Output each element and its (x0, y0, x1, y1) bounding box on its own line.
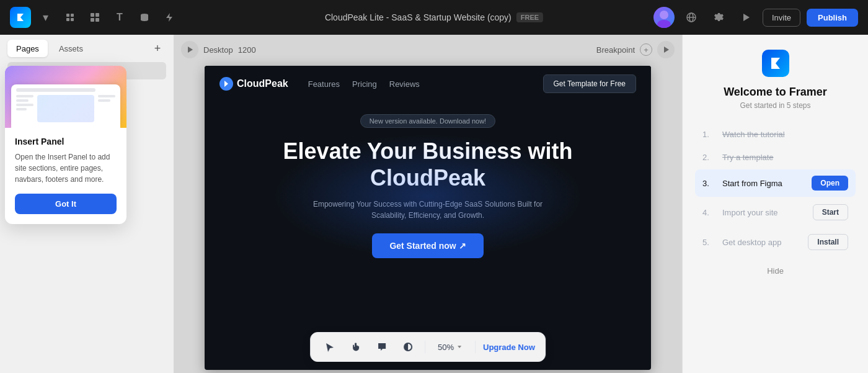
tooltip-title: Insert Panel (15, 137, 117, 146)
toolbar-left: ▾ T (10, 7, 180, 28)
canvas-play-right-button[interactable] (657, 41, 675, 58)
step-label-4: Import your site (722, 208, 807, 217)
preview-logo: CloudPeak (219, 77, 288, 91)
comment-tool[interactable] (373, 338, 391, 356)
dropdown-arrow[interactable]: ▾ (35, 7, 56, 28)
mock-toolbar (16, 88, 95, 92)
step-item-5: 5. Get desktop app Install (695, 228, 856, 256)
step-install-button[interactable]: Install (808, 234, 848, 250)
upgrade-button[interactable]: Upgrade Now (483, 343, 535, 352)
canvas-controls-right: Breakpoint + (596, 41, 675, 58)
step-number-1: 1. (702, 130, 716, 139)
preview-hero: New version available. Download now! Ele… (205, 102, 651, 258)
preview-nav-links: Features Pricing Reviews (308, 79, 420, 89)
step-list: 1. Watch the tutorial 2. Try a template … (695, 124, 856, 256)
toolbar-center: CloudPeak Lite - SaaS & Startup Website … (325, 12, 543, 22)
svg-rect-5 (95, 13, 99, 17)
mock-line (16, 95, 33, 97)
svg-rect-1 (71, 14, 74, 17)
tab-pages[interactable]: Pages (7, 40, 48, 57)
svg-rect-3 (71, 18, 74, 21)
step-number-4: 4. (702, 208, 716, 217)
step-item-1: 1. Watch the tutorial (695, 124, 856, 145)
add-page-button[interactable]: + (149, 40, 166, 57)
zoom-control[interactable]: 50% (433, 340, 467, 354)
right-panel: Welcome to Framer Get started in 5 steps… (682, 35, 868, 373)
toolbar-right: Invite Publish (653, 7, 858, 28)
grid-icon[interactable] (84, 7, 105, 28)
viewport-label: Desktop (203, 45, 233, 55)
mock-line (16, 108, 27, 110)
svg-rect-2 (66, 18, 69, 21)
cursor-tool[interactable] (321, 338, 339, 356)
settings-icon[interactable] (708, 7, 729, 28)
hide-button[interactable]: Hide (695, 266, 856, 276)
preview-nav-cta[interactable]: Get Template for Free (543, 74, 637, 93)
svg-marker-15 (743, 14, 750, 21)
svg-rect-4 (91, 13, 94, 17)
preview-nav: CloudPeak Features Pricing Reviews Get T… (205, 66, 651, 102)
step-item-4: 4. Import your site Start (695, 198, 856, 227)
step-label-3: Start from Figma (722, 179, 805, 188)
mock-line (98, 99, 110, 102)
step-label-2: Try a template (722, 153, 848, 162)
svg-point-11 (657, 20, 671, 28)
bottom-toolbar: 50% Upgrade Now (310, 332, 546, 362)
invite-button[interactable]: Invite (763, 9, 800, 27)
step-label-5: Get desktop app (722, 238, 802, 247)
panel-tabs: Pages Assets + (0, 35, 174, 62)
toolbar-divider (425, 341, 425, 353)
mock-line (16, 104, 33, 106)
svg-marker-9 (166, 13, 172, 22)
insert-panel-tooltip: Insert Panel Open the Insert Panel to ad… (5, 66, 126, 224)
text-icon[interactable]: T (109, 7, 130, 28)
welcome-subtitle: Get started in 5 steps (695, 101, 856, 110)
svg-rect-6 (91, 18, 94, 22)
toolbar-divider-2 (475, 341, 476, 353)
tooltip-body: Insert Panel Open the Insert Panel to ad… (5, 128, 126, 224)
svg-point-10 (660, 11, 668, 19)
canvas-play-button[interactable] (181, 41, 198, 58)
database-icon[interactable] (134, 7, 155, 28)
tooltip-image-inner (11, 84, 120, 128)
user-avatar[interactable] (653, 7, 675, 28)
tooltip-description: Open the Insert Panel to add site sectio… (15, 151, 117, 185)
play-icon[interactable] (735, 7, 756, 28)
mock-line (16, 99, 29, 102)
tab-assets[interactable]: Assets (50, 40, 92, 57)
svg-marker-16 (224, 81, 228, 87)
step-open-button[interactable]: Open (812, 176, 848, 191)
svg-rect-7 (95, 18, 99, 22)
step-label-1: Watch the tutorial (722, 130, 848, 139)
tooltip-image (5, 66, 126, 128)
mock-canvas (37, 95, 94, 122)
viewport-width: 1200 (238, 45, 256, 55)
nav-link-pricing[interactable]: Pricing (352, 79, 377, 89)
step-number-3: 3. (702, 179, 716, 188)
preview-bg-glow (273, 134, 583, 258)
step-number-2: 2. (702, 153, 716, 162)
canvas-controls-left: Desktop 1200 (181, 41, 256, 58)
lightning-icon[interactable] (159, 7, 180, 28)
add-breakpoint-button[interactable]: + (640, 43, 652, 56)
mock-sidebar (16, 95, 33, 122)
add-component-button[interactable] (60, 7, 81, 28)
svg-marker-17 (458, 346, 461, 348)
hand-tool[interactable] (347, 338, 365, 356)
framer-logo[interactable] (10, 7, 31, 28)
zoom-value: 50% (438, 343, 454, 352)
step-start-button[interactable]: Start (813, 204, 848, 220)
nav-link-reviews[interactable]: Reviews (389, 79, 420, 89)
theme-tool[interactable] (399, 338, 417, 356)
got-it-button[interactable]: Got It (15, 194, 117, 214)
publish-button[interactable]: Publish (807, 9, 858, 27)
welcome-title: Welcome to Framer (695, 86, 856, 99)
main-area: Pages Assets + (0, 35, 868, 373)
preview-logo-text: CloudPeak (237, 78, 288, 89)
mock-right (98, 95, 115, 122)
nav-link-features[interactable]: Features (308, 79, 340, 89)
globe-icon[interactable] (681, 7, 702, 28)
canvas-area: Desktop 1200 Breakpoint + CloudPeak (174, 35, 682, 373)
project-title: CloudPeak Lite - SaaS & Startup Website … (325, 12, 512, 22)
step-item-3: 3. Start from Figma Open (695, 169, 856, 197)
